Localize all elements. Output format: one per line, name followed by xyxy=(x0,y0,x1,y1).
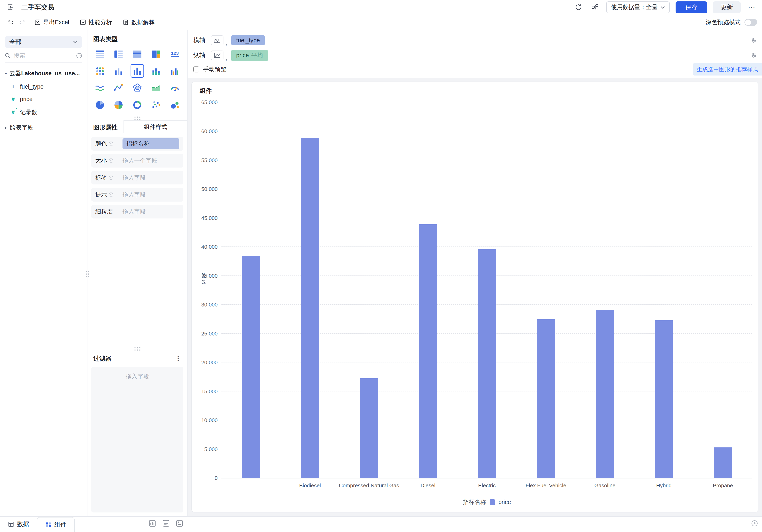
insert-card-icon[interactable] xyxy=(162,520,170,529)
x-axis-settings-icon[interactable] xyxy=(751,37,757,43)
chart-type-dot-matrix-icon[interactable] xyxy=(93,64,107,78)
chart-type-donut-icon[interactable] xyxy=(130,98,144,112)
bar[interactable] xyxy=(537,319,555,478)
prop-row-size[interactable]: 大小 拖入一个字段 xyxy=(91,154,183,167)
y-tick-label: 30,000 xyxy=(201,301,218,308)
history-icon[interactable] xyxy=(751,520,758,529)
dataset-scope-select[interactable]: 全部 xyxy=(5,36,82,48)
info-icon xyxy=(109,142,113,146)
redo-icon[interactable] xyxy=(18,17,28,28)
legend-series-label[interactable]: price xyxy=(498,499,511,505)
chart-type-detail-table-icon[interactable] xyxy=(130,47,144,61)
calculated-field-icon: #' xyxy=(11,109,16,115)
chart-type-pivot-table-icon[interactable] xyxy=(112,47,125,61)
chart-type-area-chart-icon[interactable] xyxy=(149,81,163,95)
x-axis-field-chip[interactable]: fuel_type xyxy=(231,35,265,45)
field-item-record-count[interactable]: #' 记录数 xyxy=(0,105,87,119)
y-axis-type-icon[interactable] xyxy=(211,50,224,60)
chart-type-indicator-card-icon[interactable]: 123 xyxy=(168,47,182,61)
chart-type-stream-icon[interactable] xyxy=(93,81,107,95)
data-volume-select[interactable]: 使用数据量：全量 xyxy=(606,1,670,13)
y-axis-settings-icon[interactable] xyxy=(751,52,757,58)
content: 全部 ▾ 云器Lakehouse_us_use... T fuel_type # xyxy=(0,30,762,516)
legend-swatch[interactable] xyxy=(490,499,495,505)
recommend-style-button[interactable]: 生成选中图形的推荐样式 xyxy=(693,63,762,76)
chart-type-stacked-column-icon[interactable] xyxy=(149,64,163,78)
cross-table-label: 跨表字段 xyxy=(10,124,33,132)
chevron-down-icon xyxy=(660,6,665,9)
field-item-price[interactable]: # price xyxy=(0,93,87,105)
filter-drag-handle[interactable] xyxy=(134,347,141,351)
chart-type-line-chart-icon[interactable] xyxy=(112,81,125,95)
chart-type-pie-icon[interactable] xyxy=(93,98,107,112)
search-input[interactable] xyxy=(14,52,73,59)
undo-icon[interactable] xyxy=(5,17,16,28)
y-axis-field-chip[interactable]: price平均 xyxy=(231,50,268,61)
cross-table-node[interactable]: ▸ 跨表字段 xyxy=(0,119,87,136)
filter-header: 过滤器 ⋮ xyxy=(87,351,187,366)
color-field-chip[interactable]: 指标名称 xyxy=(122,138,180,149)
export-excel-button[interactable]: 导出Excel xyxy=(30,17,74,28)
bar[interactable] xyxy=(360,378,378,478)
size-drop-placeholder: 拖入一个字段 xyxy=(122,157,180,165)
search-options-icon[interactable] xyxy=(76,52,82,59)
chart-type-bar-chart-icon[interactable] xyxy=(112,64,125,78)
sidebar-drag-handle[interactable] xyxy=(85,270,90,278)
chart-type-column-chart-icon[interactable] xyxy=(130,64,144,78)
tab-component-style[interactable]: 组件样式 xyxy=(123,120,187,133)
y-tick-label: 10,000 xyxy=(201,417,218,424)
back-icon[interactable] xyxy=(5,2,16,13)
more-icon[interactable]: ⋯ xyxy=(746,2,757,13)
chart-type-treemap-icon[interactable] xyxy=(149,47,163,61)
chart-type-table-icon[interactable] xyxy=(93,47,107,61)
save-button[interactable]: 保存 xyxy=(676,1,707,13)
manual-preview-checkbox[interactable] xyxy=(193,66,200,73)
chart-type-scatter-icon[interactable] xyxy=(149,98,163,112)
bar[interactable] xyxy=(596,310,614,478)
bar[interactable] xyxy=(242,256,260,478)
app-root: 二手车交易 使用数据量：全量 保存 更新 ⋯ 导出Excel xyxy=(0,0,762,532)
pipeline-icon[interactable] xyxy=(590,2,600,13)
data-explain-button[interactable]: 数据解释 xyxy=(118,17,159,28)
bar[interactable] xyxy=(478,249,496,478)
bar[interactable] xyxy=(655,320,673,478)
x-category-label: Flex Fuel Vehicle xyxy=(526,483,567,489)
chart-type-radar-icon[interactable] xyxy=(130,81,144,95)
field-sidebar: 全部 ▾ 云器Lakehouse_us_use... T fuel_type # xyxy=(0,30,87,516)
y-axis-label: 纵轴 xyxy=(193,51,207,59)
insert-chart-icon[interactable] xyxy=(149,520,156,529)
document-icon xyxy=(122,19,129,25)
left-panel-tabs: 数据 组件 xyxy=(0,517,139,532)
y-axis-caret-icon[interactable]: ▾ xyxy=(225,57,227,63)
data-volume-label: 使用数据量：全量 xyxy=(611,3,658,11)
chart-type-bubble-icon[interactable] xyxy=(168,98,182,112)
chart-type-multi-pie-icon[interactable] xyxy=(112,98,125,112)
prop-row-label[interactable]: 标签 拖入字段 xyxy=(91,171,183,185)
panel-drag-handle[interactable] xyxy=(134,116,141,120)
filter-menu-icon[interactable]: ⋮ xyxy=(175,356,181,362)
prop-row-granularity[interactable]: 细粒度 拖入字段 xyxy=(91,205,183,219)
insert-note-icon[interactable] xyxy=(176,520,183,529)
tab-component[interactable]: 组件 xyxy=(37,517,75,532)
field-item-fuel-type[interactable]: T fuel_type xyxy=(0,80,87,93)
dark-preview-label: 深色预览模式 xyxy=(706,18,741,27)
dataset-node[interactable]: ▾ 云器Lakehouse_us_use... xyxy=(0,66,87,81)
chart-type-gauge-icon[interactable] xyxy=(168,81,182,95)
performance-button[interactable]: 性能分析 xyxy=(76,17,116,28)
component-card[interactable]: 组件 price 05,00010,00015,00020,00025,0003… xyxy=(191,82,758,512)
refresh-icon[interactable] xyxy=(573,2,584,13)
chart-type-grouped-column-icon[interactable] xyxy=(168,64,182,78)
legend-title: 指标名称 xyxy=(463,498,486,506)
bar[interactable] xyxy=(714,447,732,478)
filter-drop-zone[interactable]: 拖入字段 xyxy=(91,367,183,512)
dark-preview-toggle[interactable] xyxy=(744,19,757,26)
field-name: price xyxy=(20,96,33,102)
prop-row-tooltip[interactable]: 提示 拖入字段 xyxy=(91,188,183,202)
x-axis-caret-icon[interactable]: ▾ xyxy=(225,42,227,48)
x-axis-type-icon[interactable] xyxy=(211,35,224,45)
bar[interactable] xyxy=(301,138,319,478)
update-button[interactable]: 更新 xyxy=(713,1,740,13)
tab-data[interactable]: 数据 xyxy=(0,517,37,532)
bar[interactable] xyxy=(419,224,437,478)
x-category-label: Propane xyxy=(713,483,733,489)
